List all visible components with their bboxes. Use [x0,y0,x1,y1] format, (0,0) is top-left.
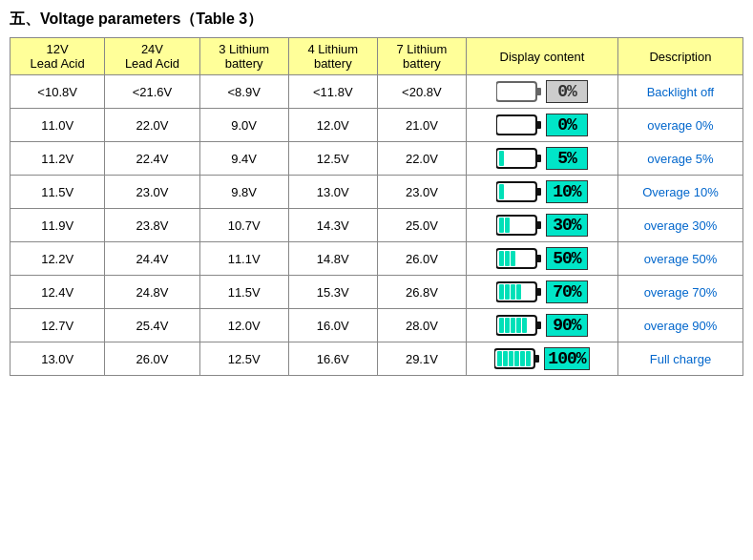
cell-row7-col3: 12.0V [199,309,288,342]
cell-row4-col3: 10.7V [199,209,288,242]
table-row: 13.0V26.0V12.5V16.6V29.1V 100%Full charg… [10,342,743,376]
svg-rect-26 [536,321,541,329]
header-4-lithium: 4 Lithiumbattery [288,38,377,75]
cell-row0-col5: <20.8V [377,75,466,109]
svg-rect-31 [522,318,527,333]
cell-row7-col2: 25.4V [105,309,199,342]
pct-label: 5% [546,147,588,170]
cell-row2-col4: 12.5V [288,142,377,176]
desc-cell-row4: overage 30% [617,209,743,242]
svg-rect-27 [499,318,504,333]
table-row: 12.4V24.8V11.5V15.3V26.8V 70%overage 70% [10,276,743,309]
cell-row6-col5: 26.8V [377,276,466,309]
battery-icon [496,246,542,271]
cell-row0-col1: <10.8V [10,75,105,109]
svg-rect-18 [511,251,515,266]
desc-cell-row0: Backlight off [617,75,743,109]
svg-rect-37 [514,351,519,366]
pct-label: 0% [546,80,588,103]
cell-row0-col3: <8.9V [199,75,288,109]
cell-row4-col1: 11.9V [10,209,105,242]
cell-row0-col2: <21.6V [105,75,199,109]
cell-row2-col1: 11.2V [10,142,105,176]
pct-label: 30% [546,214,588,237]
cell-row8-col2: 26.0V [105,342,199,376]
svg-rect-29 [511,318,515,333]
display-cell-row1: 0% [466,109,617,142]
battery-icon [496,213,542,238]
desc-cell-row6: overage 70% [617,276,743,309]
cell-row5-col3: 11.1V [199,242,288,276]
cell-row1-col4: 12.0V [288,109,377,142]
header-12v-lead: 12VLead Acid [10,38,105,75]
svg-rect-0 [496,82,536,101]
display-cell-row7: 90% [466,309,617,342]
display-cell-row6: 70% [466,276,617,309]
cell-row7-col5: 28.0V [377,309,466,342]
cell-row5-col4: 14.8V [288,242,377,276]
cell-row2-col5: 22.0V [377,142,466,176]
desc-cell-row7: overage 90% [617,309,743,342]
cell-row3-col1: 11.5V [10,176,105,209]
svg-rect-30 [516,318,521,333]
display-cell-row2: 5% [466,142,617,176]
pct-label: 50% [546,247,588,270]
svg-rect-38 [520,351,525,366]
cell-row2-col3: 9.4V [199,142,288,176]
desc-cell-row3: Overage 10% [617,176,743,209]
svg-rect-11 [536,221,541,229]
header-3-lithium: 3 Lithiumbattery [199,38,288,75]
svg-rect-20 [536,288,541,296]
cell-row1-col2: 22.0V [105,109,199,142]
svg-rect-24 [516,284,521,300]
table-row: 12.2V24.4V11.1V14.8V26.0V 50%overage 50% [10,242,743,276]
cell-row3-col4: 13.0V [288,176,377,209]
cell-row6-col1: 12.4V [10,276,105,309]
cell-row2-col2: 22.4V [105,142,199,176]
cell-row6-col3: 11.5V [199,276,288,309]
table-row: 11.9V23.8V10.7V14.3V25.0V 30%overage 30% [10,209,743,242]
battery-icon [494,346,540,371]
cell-row4-col4: 14.3V [288,209,377,242]
svg-rect-39 [526,351,531,366]
page-title: 五、Voltage parameters（Table 3） [10,10,743,30]
battery-icon [496,113,542,137]
svg-rect-33 [534,355,539,363]
header-description: Description [617,38,743,75]
table-row: 11.2V22.4V9.4V12.5V22.0V 5%overage 5% [10,142,743,176]
header-24v-lead: 24VLead Acid [105,38,199,75]
svg-rect-1 [536,88,541,95]
svg-rect-36 [509,351,513,366]
svg-rect-16 [499,251,504,266]
battery-icon [496,280,542,304]
svg-rect-12 [499,218,504,233]
svg-rect-5 [536,155,541,162]
cell-row8-col1: 13.0V [10,342,105,376]
display-cell-row5: 50% [466,242,617,276]
svg-rect-22 [505,284,510,300]
battery-icon [496,179,542,204]
svg-rect-13 [505,218,510,233]
cell-row4-col2: 23.8V [105,209,199,242]
desc-cell-row2: overage 5% [617,142,743,176]
svg-rect-9 [499,184,504,199]
desc-cell-row8: Full charge [617,342,743,376]
svg-rect-17 [505,251,510,266]
cell-row1-col5: 21.0V [377,109,466,142]
display-cell-row3: 10% [466,176,617,209]
cell-row5-col5: 26.0V [377,242,466,276]
table-row: 11.5V23.0V9.8V13.0V23.0V 10%Overage 10% [10,176,743,209]
svg-rect-6 [499,151,504,166]
table-row: <10.8V<21.6V<8.9V<11.8V<20.8V 0%Backligh… [10,75,743,109]
desc-cell-row1: overage 0% [617,109,743,142]
svg-rect-23 [511,284,515,300]
pct-label: 70% [546,280,588,303]
pct-label: 0% [546,114,588,136]
header-7-lithium: 7 Lithiumbattery [377,38,466,75]
svg-rect-8 [536,188,541,196]
cell-row8-col3: 12.5V [199,342,288,376]
cell-row7-col4: 16.0V [288,309,377,342]
pct-label: 100% [544,347,589,370]
pct-label: 90% [546,314,588,337]
cell-row1-col3: 9.0V [199,109,288,142]
